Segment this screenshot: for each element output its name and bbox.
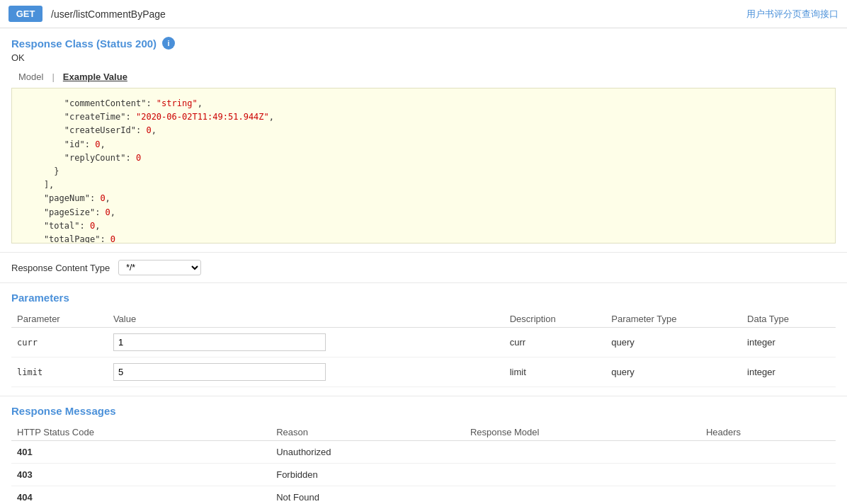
headers-401 (700, 441, 836, 464)
table-row: 401 Unauthorized (11, 441, 836, 464)
resp-col-reason: Reason (271, 424, 465, 441)
param-col-description: Description (504, 311, 606, 328)
resp-col-model: Response Model (465, 424, 700, 441)
param-input-curr[interactable] (113, 333, 326, 351)
response-class-title-text: Response Class (Status 200) (11, 38, 157, 50)
content-type-select[interactable]: */* application/json (118, 260, 201, 275)
param-desc-curr: curr (504, 328, 606, 357)
param-type-limit: query (606, 357, 741, 387)
tab-separator: | (50, 69, 55, 85)
response-class-section: Response Class (Status 200) i OK Model |… (0, 28, 847, 253)
code-block: "commentContent": "string", "createTime"… (11, 88, 836, 244)
status-ok-text: OK (11, 52, 836, 63)
response-tabs: Model | Example Value (11, 69, 836, 85)
parameters-title: Parameters (11, 292, 836, 304)
param-col-type: Parameter Type (606, 311, 741, 328)
param-col-value: Value (108, 311, 504, 328)
headers-404 (700, 486, 836, 505)
api-title-cn: 用户书评分页查询接口 (746, 8, 839, 21)
param-name-limit: limit (17, 367, 42, 377)
param-col-parameter: Parameter (11, 311, 108, 328)
param-datatype-curr: integer (741, 328, 836, 357)
info-icon[interactable]: i (162, 37, 175, 50)
response-class-title: Response Class (Status 200) i (11, 37, 836, 50)
param-name-curr: curr (17, 338, 38, 348)
headers-403 (700, 464, 836, 486)
param-desc-limit: limit (504, 357, 606, 387)
response-messages-title: Response Messages (11, 405, 836, 417)
status-code-403: 403 (17, 469, 33, 480)
content-type-label: Response Content Type (11, 263, 110, 273)
response-messages-section: Response Messages HTTP Status Code Reaso… (0, 396, 847, 504)
endpoint-path: /user/listCommentByPage (51, 8, 746, 20)
response-messages-table: HTTP Status Code Reason Response Model H… (11, 424, 836, 504)
param-col-datatype: Data Type (741, 311, 836, 328)
content-type-row: Response Content Type */* application/js… (0, 253, 847, 283)
parameters-table: Parameter Value Description Parameter Ty… (11, 311, 836, 387)
param-input-limit[interactable] (113, 363, 326, 381)
table-row: 404 Not Found (11, 486, 836, 505)
model-404 (465, 486, 700, 505)
model-403 (465, 464, 700, 486)
resp-col-headers: Headers (700, 424, 836, 441)
reason-404: Not Found (271, 486, 465, 505)
parameters-section: Parameters Parameter Value Description P… (0, 283, 847, 396)
table-row: 403 Forbidden (11, 464, 836, 486)
status-code-404: 404 (17, 492, 33, 503)
status-code-401: 401 (17, 447, 33, 457)
http-method-badge: GET (8, 6, 42, 22)
tab-model[interactable]: Model (11, 69, 50, 85)
table-row: limit limit query integer (11, 357, 836, 387)
param-type-curr: query (606, 328, 741, 357)
reason-403: Forbidden (271, 464, 465, 486)
model-401 (465, 441, 700, 464)
reason-401: Unauthorized (271, 441, 465, 464)
api-header: GET /user/listCommentByPage 用户书评分页查询接口 (0, 0, 847, 28)
tab-example-value[interactable]: Example Value (56, 69, 135, 85)
table-row: curr curr query integer (11, 328, 836, 357)
resp-col-status-code: HTTP Status Code (11, 424, 271, 441)
param-datatype-limit: integer (741, 357, 836, 387)
